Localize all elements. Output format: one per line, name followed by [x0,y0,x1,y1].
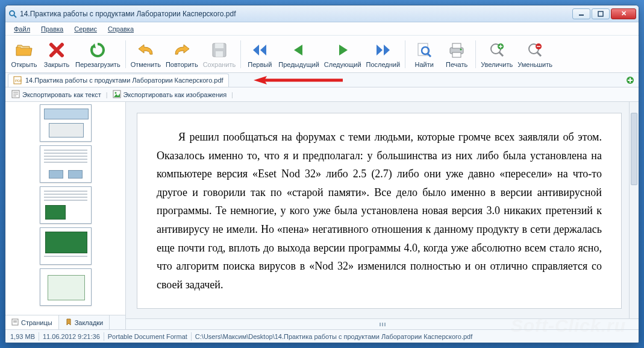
export-bar: Экспортировать как текст | Экспортироват… [5,87,639,102]
status-path: C:\Users\Максим\Desktop\14.Практика рабо… [195,333,472,340]
redo-icon [172,40,192,60]
page-body-text: Я решил пообщаться на форумах с теми люд… [137,113,622,309]
statusbar: 1,93 MB 11.06.2012 9:21:36 Portable Docu… [5,329,639,343]
prev-page-button[interactable]: Предыдущий [276,37,321,72]
first-page-button[interactable]: Первый [243,37,276,72]
document-tabstrip: PDF 14.Практика работы с продуктами Лабо… [5,73,639,87]
zoom-in-icon [487,40,507,60]
menu-service[interactable]: Сервис [69,24,102,34]
svg-rect-6 [216,51,223,57]
svg-rect-3 [598,11,603,16]
open-button[interactable]: Открыть [8,37,40,72]
sidebar-tab-pages[interactable]: Страницы [5,315,59,329]
status-filesize: 1,93 MB [10,333,35,340]
app-icon [8,9,17,19]
close-file-button[interactable]: Закрыть [40,37,73,72]
window-title: 14.Практика работы с продуктами Лаборато… [20,10,572,18]
toolbar-separator [405,40,405,68]
menu-file[interactable]: Файл [9,24,35,34]
minimize-button[interactable] [572,8,590,19]
svg-line-9 [428,54,431,57]
undo-icon [136,40,155,60]
print-button[interactable]: Печать [440,37,473,72]
status-format: Portable Document Format [108,333,187,340]
workspace: Страницы Закладки Я решил пообщаться на … [5,102,639,329]
svg-line-18 [537,52,541,56]
document-tab[interactable]: PDF 14.Практика работы с продуктами Лабо… [8,74,229,87]
first-icon [250,40,269,60]
bookmark-icon [65,318,72,327]
page-thumbnail[interactable] [40,268,92,306]
page-thumbnail[interactable] [40,104,92,142]
status-date: 11.06.2012 9:21:36 [43,333,100,340]
document-view: Я решил пообщаться на форумах с теми люд… [126,102,639,329]
svg-point-28 [114,92,116,93]
print-icon [447,40,466,60]
pdf-icon: PDF [13,76,22,84]
zoom-in-button[interactable]: Увеличить [478,37,515,72]
new-tab-button[interactable] [625,75,635,85]
app-window: 14.Практика работы с продуктами Лаборато… [5,5,639,343]
zoom-out-button[interactable]: Уменьшить [515,37,555,72]
export-images-button[interactable]: Экспортировать как изображения [110,89,230,101]
document-canvas[interactable]: Я решил пообщаться на форумах с теми люд… [126,102,639,318]
export-text-button[interactable]: Экспортировать как текст [9,89,104,101]
last-page-button[interactable]: Последний [364,37,403,72]
toolbar-separator [475,40,476,68]
vertical-scrollbar[interactable] [629,102,639,318]
svg-point-13 [460,48,462,50]
folder-open-icon [14,40,34,60]
menu-edit[interactable]: Правка [36,24,68,34]
next-page-button[interactable]: Следующий [322,37,364,72]
menu-help[interactable]: Справка [103,24,139,34]
toolbar-separator [125,40,126,68]
maximize-button[interactable] [592,8,610,19]
thumbnail-panel[interactable] [5,102,125,315]
svg-line-1 [14,15,16,17]
svg-point-0 [10,11,14,16]
find-button[interactable]: Найти [408,37,440,72]
reload-button[interactable]: Перезагрузить [73,37,123,72]
titlebar[interactable]: 14.Практика работы с продуктами Лаборато… [5,5,639,22]
svg-rect-12 [452,52,461,57]
sidebar-tabs: Страницы Закладки [5,315,125,329]
next-icon [333,40,352,60]
save-icon [210,40,229,60]
page-thumbnail[interactable] [40,186,92,224]
save-button: Сохранить [201,37,239,72]
redo-button[interactable]: Повторить [163,37,201,72]
svg-rect-5 [215,43,224,48]
search-icon [414,40,434,60]
svg-rect-11 [452,43,461,48]
x-red-icon [47,40,66,60]
svg-line-15 [499,52,503,56]
prev-icon [289,40,308,60]
horizontal-scrollbar[interactable] [126,318,639,329]
scrollbar-thumb[interactable] [631,113,637,185]
page-thumbnail[interactable] [40,227,92,265]
export-text-icon [11,90,20,100]
annotation-arrow-icon [252,75,343,86]
page-thumbnail[interactable] [40,145,92,183]
reload-icon [88,40,107,60]
toolbar: Открыть Закрыть Перезагрузить Отменить П… [5,36,639,73]
svg-text:PDF: PDF [15,79,22,83]
export-images-icon [113,90,121,100]
resize-grip-icon [374,322,392,327]
last-icon [374,40,393,60]
sidebar-tab-bookmarks[interactable]: Закладки [59,315,110,329]
document-tab-label: 14.Практика работы с продуктами Лаборато… [25,77,224,84]
toolbar-separator [240,40,241,68]
undo-button[interactable]: Отменить [128,37,163,72]
pages-icon [11,318,19,327]
close-button[interactable]: ✕ [611,8,636,19]
menubar: Файл Правка Сервис Справка [5,22,639,36]
zoom-out-icon [525,40,545,60]
sidebar: Страницы Закладки [5,102,126,329]
